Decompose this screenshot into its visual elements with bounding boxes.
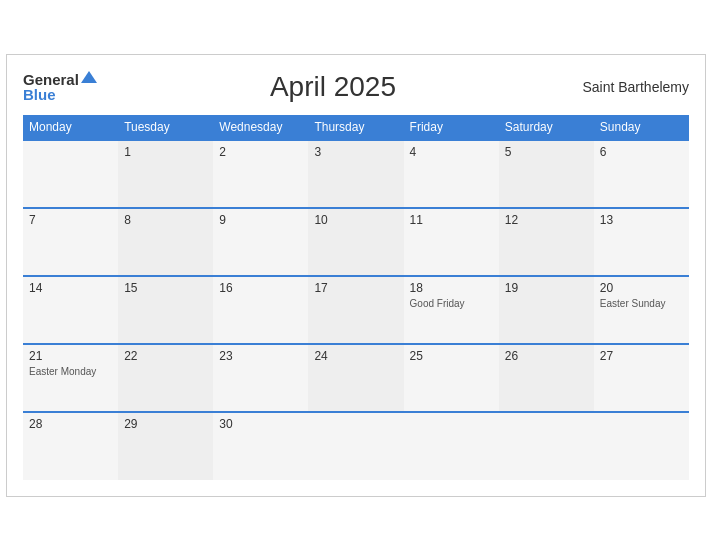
day-number: 28 [29, 417, 112, 431]
day-number: 12 [505, 213, 588, 227]
calendar-day-cell: 12 [499, 208, 594, 276]
calendar-day-cell: 13 [594, 208, 689, 276]
calendar-day-cell [594, 412, 689, 480]
calendar-day-cell: 4 [404, 140, 499, 208]
calendar-day-cell: 29 [118, 412, 213, 480]
logo: General Blue [23, 72, 97, 102]
day-number: 22 [124, 349, 207, 363]
calendar-day-cell: 30 [213, 412, 308, 480]
calendar-week-row: 21Easter Monday222324252627 [23, 344, 689, 412]
calendar-title: April 2025 [97, 71, 569, 103]
calendar-day-cell: 3 [308, 140, 403, 208]
weekday-header-row: Monday Tuesday Wednesday Thursday Friday… [23, 115, 689, 140]
day-number: 14 [29, 281, 112, 295]
calendar-day-cell: 11 [404, 208, 499, 276]
calendar-day-cell: 25 [404, 344, 499, 412]
day-number: 3 [314, 145, 397, 159]
calendar-region: Saint Barthelemy [569, 79, 689, 95]
calendar-day-cell: 9 [213, 208, 308, 276]
logo-general-text: General [23, 72, 79, 87]
calendar-day-cell [308, 412, 403, 480]
day-number: 30 [219, 417, 302, 431]
calendar-day-cell: 27 [594, 344, 689, 412]
calendar-day-cell: 17 [308, 276, 403, 344]
header-wednesday: Wednesday [213, 115, 308, 140]
calendar-day-cell: 6 [594, 140, 689, 208]
calendar-header: General Blue April 2025 Saint Barthelemy [23, 71, 689, 103]
day-event: Good Friday [410, 297, 493, 310]
calendar-day-cell: 26 [499, 344, 594, 412]
day-number: 17 [314, 281, 397, 295]
calendar-day-cell: 2 [213, 140, 308, 208]
day-number: 2 [219, 145, 302, 159]
day-number: 1 [124, 145, 207, 159]
header-tuesday: Tuesday [118, 115, 213, 140]
calendar-day-cell: 8 [118, 208, 213, 276]
header-friday: Friday [404, 115, 499, 140]
day-number: 5 [505, 145, 588, 159]
calendar-day-cell: 14 [23, 276, 118, 344]
day-number: 24 [314, 349, 397, 363]
logo-triangle-icon [81, 71, 97, 83]
calendar-day-cell [404, 412, 499, 480]
calendar-day-cell: 20Easter Sunday [594, 276, 689, 344]
day-number: 4 [410, 145, 493, 159]
calendar-day-cell [499, 412, 594, 480]
header-thursday: Thursday [308, 115, 403, 140]
logo-blue-text: Blue [23, 87, 97, 102]
day-number: 18 [410, 281, 493, 295]
day-event: Easter Sunday [600, 297, 683, 310]
day-number: 27 [600, 349, 683, 363]
day-event: Easter Monday [29, 365, 112, 378]
day-number: 11 [410, 213, 493, 227]
calendar-day-cell [23, 140, 118, 208]
calendar-day-cell: 24 [308, 344, 403, 412]
calendar-table: Monday Tuesday Wednesday Thursday Friday… [23, 115, 689, 480]
day-number: 23 [219, 349, 302, 363]
day-number: 13 [600, 213, 683, 227]
day-number: 8 [124, 213, 207, 227]
calendar-day-cell: 23 [213, 344, 308, 412]
header-saturday: Saturday [499, 115, 594, 140]
day-number: 21 [29, 349, 112, 363]
header-sunday: Sunday [594, 115, 689, 140]
header-monday: Monday [23, 115, 118, 140]
day-number: 6 [600, 145, 683, 159]
calendar-week-row: 1415161718Good Friday1920Easter Sunday [23, 276, 689, 344]
day-number: 10 [314, 213, 397, 227]
calendar-day-cell: 28 [23, 412, 118, 480]
calendar-container: General Blue April 2025 Saint Barthelemy… [6, 54, 706, 497]
calendar-week-row: 123456 [23, 140, 689, 208]
day-number: 16 [219, 281, 302, 295]
day-number: 19 [505, 281, 588, 295]
day-number: 20 [600, 281, 683, 295]
day-number: 29 [124, 417, 207, 431]
calendar-day-cell: 19 [499, 276, 594, 344]
calendar-day-cell: 22 [118, 344, 213, 412]
day-number: 25 [410, 349, 493, 363]
calendar-day-cell: 1 [118, 140, 213, 208]
calendar-day-cell: 10 [308, 208, 403, 276]
day-number: 15 [124, 281, 207, 295]
calendar-day-cell: 15 [118, 276, 213, 344]
day-number: 9 [219, 213, 302, 227]
calendar-day-cell: 5 [499, 140, 594, 208]
day-number: 26 [505, 349, 588, 363]
calendar-week-row: 78910111213 [23, 208, 689, 276]
day-number: 7 [29, 213, 112, 227]
calendar-day-cell: 21Easter Monday [23, 344, 118, 412]
calendar-week-row: 282930 [23, 412, 689, 480]
calendar-day-cell: 16 [213, 276, 308, 344]
calendar-day-cell: 7 [23, 208, 118, 276]
calendar-day-cell: 18Good Friday [404, 276, 499, 344]
